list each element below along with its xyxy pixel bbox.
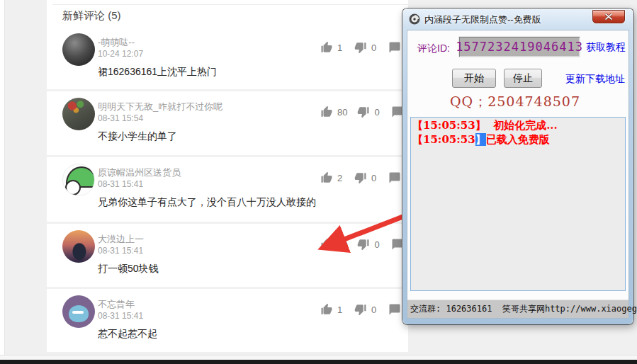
dislike-count: 0 bbox=[374, 107, 381, 118]
window-statusbar: 交流群: 162636161 笑哥共享网http://www.xiaogegh.… bbox=[407, 300, 628, 318]
window-title: 内涵段子无限制点赞--免费版 bbox=[424, 13, 541, 26]
avatar[interactable] bbox=[62, 295, 95, 328]
comment-id-input[interactable]: 1577232419046413 bbox=[458, 36, 580, 57]
qq-contact-text: QQ；2504748507 bbox=[450, 93, 580, 111]
comment-id-label: 评论ID: bbox=[417, 42, 450, 55]
close-icon bbox=[605, 13, 612, 20]
comment-text: 不接小学生的单了 bbox=[98, 130, 177, 143]
log-output-box[interactable]: 【15:05:53】 初始化完成... 【15:05:53】已载入免费版 bbox=[410, 117, 626, 291]
panel-divider bbox=[52, 4, 408, 5]
comment-feed-panel: 新鲜评论 (5) -萌萌哒-- 10-24 12:07 裙162636161上沈… bbox=[47, 0, 408, 352]
thumbs-up-icon[interactable] bbox=[320, 41, 333, 54]
comment-row: 明明天下无敌_咋就打不过你呢 08-31 15:54 不接小学生的单了 80 0 bbox=[47, 89, 408, 155]
comment-username[interactable]: 大漠边上一 bbox=[98, 233, 144, 246]
comment-row: 不忘昔年 08-31 15:41 惹不起惹不起 1 0 bbox=[47, 287, 408, 347]
log-line: 【15:05:53】已载入免费版 bbox=[412, 132, 624, 147]
comment-icon[interactable] bbox=[388, 41, 401, 54]
thumbs-up-icon[interactable] bbox=[320, 303, 333, 316]
comment-text: 裙162636161上沈平上热门 bbox=[98, 66, 217, 79]
window-titlebar[interactable]: 内涵段子无限制点赞--免费版 bbox=[402, 8, 633, 30]
comment-text: 打一顿50块钱 bbox=[98, 263, 159, 275]
thumbs-down-icon[interactable] bbox=[354, 303, 367, 316]
thumbs-down-icon[interactable] bbox=[354, 171, 367, 184]
comment-icon[interactable] bbox=[388, 303, 401, 316]
comment-date: 08-31 15:41 bbox=[98, 246, 143, 256]
window-client-area: 评论ID: 1577232419046413 获取教程 开始 停止 更新下载地址… bbox=[407, 30, 629, 319]
comment-icon[interactable] bbox=[388, 171, 401, 184]
app-swirl-icon bbox=[409, 13, 420, 25]
like-count: 2 bbox=[337, 173, 344, 183]
get-tutorial-link[interactable]: 获取教程 bbox=[586, 41, 626, 54]
comment-row: -萌萌哒-- 10-24 12:07 裙162636161上沈平上热门 1 0 bbox=[47, 27, 408, 89]
page-bottom-strip bbox=[0, 355, 637, 360]
dislike-count: 0 bbox=[371, 42, 378, 53]
avatar[interactable] bbox=[62, 33, 95, 66]
log-selected-text: 】 bbox=[475, 133, 486, 146]
page-left-margin bbox=[0, 0, 5, 355]
comment-username[interactable]: 明明天下无敌_咋就打不过你呢 bbox=[98, 101, 222, 113]
thumbs-up-icon[interactable] bbox=[320, 106, 333, 118]
dislike-count: 0 bbox=[371, 173, 378, 183]
thumbs-down-icon[interactable] bbox=[357, 106, 370, 118]
update-download-link[interactable]: 更新下载地址 bbox=[565, 73, 625, 86]
window-bottom-edge bbox=[0, 360, 637, 364]
like-count: 1 bbox=[337, 42, 344, 53]
comment-username[interactable]: -萌萌哒-- bbox=[98, 36, 135, 49]
like-count: 80 bbox=[337, 107, 347, 118]
close-button[interactable] bbox=[592, 10, 625, 23]
dislike-count: 0 bbox=[371, 305, 378, 315]
comment-date: 08-31 15:41 bbox=[98, 179, 143, 189]
comment-username[interactable]: 不忘昔年 bbox=[98, 298, 135, 311]
thumbs-up-icon[interactable] bbox=[320, 171, 333, 184]
avatar[interactable] bbox=[62, 164, 95, 196]
comment-date: 08-31 15:54 bbox=[98, 113, 143, 123]
comment-username[interactable]: 原谅帽温州区送货员 bbox=[98, 166, 181, 179]
avatar[interactable] bbox=[62, 98, 95, 130]
log-line: 【15:05:53】 初始化完成... bbox=[412, 118, 624, 132]
start-button[interactable]: 开始 bbox=[452, 69, 496, 88]
log-line-time: 【15:05:53 bbox=[412, 133, 475, 146]
comment-text: 惹不起惹不起 bbox=[98, 328, 157, 341]
comment-date: 10-24 12:07 bbox=[98, 49, 143, 59]
like-tool-window: 内涵段子无限制点赞--免费版 评论ID: 1577232419046413 获取… bbox=[402, 8, 633, 324]
log-line-message: 已载入免费版 bbox=[486, 133, 550, 146]
comment-date: 08-31 15:41 bbox=[98, 311, 143, 321]
stop-button[interactable]: 停止 bbox=[504, 69, 542, 88]
avatar[interactable] bbox=[62, 230, 95, 263]
feed-header: 新鲜评论 (5) bbox=[62, 9, 121, 23]
comment-text: 兄弟你这单子有点大了，没个百八十万没人敢接的 bbox=[98, 196, 316, 209]
like-count: 1 bbox=[337, 305, 344, 315]
thumbs-down-icon[interactable] bbox=[354, 41, 367, 54]
